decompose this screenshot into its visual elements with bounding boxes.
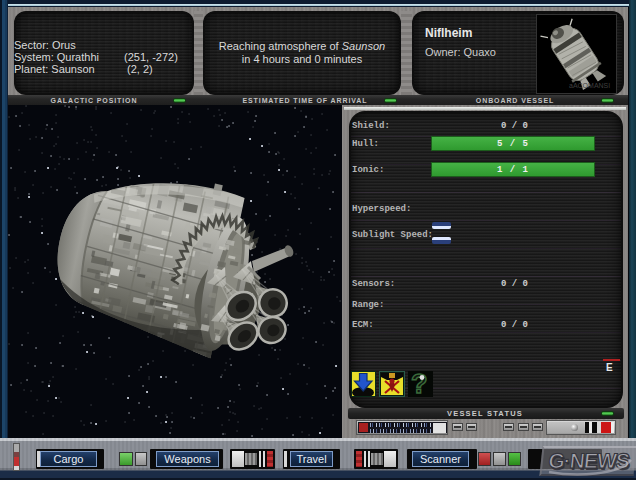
svg-text:aACOMANSI: aACOMANSI [569,82,610,89]
svg-text:?: ? [411,371,428,395]
